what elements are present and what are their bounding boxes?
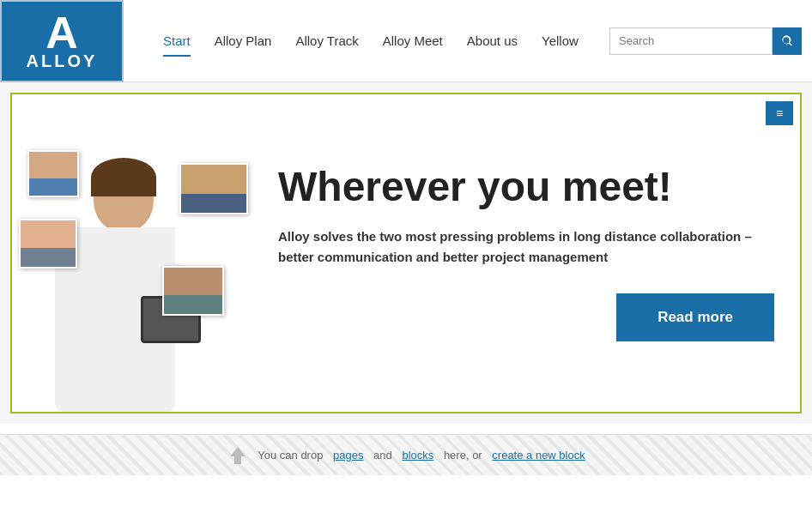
photo-card-1 bbox=[27, 150, 79, 197]
nav-item-alloy-track[interactable]: Alloy Track bbox=[283, 27, 370, 55]
drop-text-1: You can drop bbox=[258, 449, 323, 462]
search-button[interactable] bbox=[773, 27, 802, 55]
photo-card-4 bbox=[162, 266, 224, 316]
search-area bbox=[609, 27, 802, 55]
drop-text-2: and bbox=[373, 449, 392, 462]
photo-card-2 bbox=[179, 163, 248, 214]
nav-item-about-us[interactable]: About us bbox=[455, 27, 530, 55]
photo-card-3 bbox=[19, 219, 77, 269]
logo-text: ALLOY bbox=[27, 51, 98, 71]
hero-block: ≡ bbox=[10, 93, 802, 413]
person-hair bbox=[91, 158, 156, 196]
drop-blocks-link[interactable]: blocks bbox=[402, 449, 433, 462]
hero-image bbox=[12, 94, 261, 412]
hero-heading: Wherever you meet! bbox=[278, 165, 774, 210]
drop-zone: You can drop pages and blocks here, or c… bbox=[0, 434, 812, 475]
nav-item-alloy-plan[interactable]: Alloy Plan bbox=[203, 27, 284, 55]
drop-pages-link[interactable]: pages bbox=[333, 449, 363, 462]
nav-item-yellow[interactable]: Yellow bbox=[530, 27, 591, 55]
svg-marker-0 bbox=[230, 447, 245, 464]
logo-letter: A bbox=[45, 10, 78, 55]
hero-text-area: Wherever you meet! Alloy solves the two … bbox=[261, 139, 800, 368]
logo[interactable]: A ALLOY bbox=[0, 0, 124, 82]
main-content: ≡ bbox=[0, 82, 812, 424]
header: A ALLOY Start Alloy Plan Alloy Track All… bbox=[0, 0, 812, 82]
read-more-button[interactable]: Read more bbox=[616, 293, 774, 341]
drop-text-3: here, or bbox=[444, 449, 482, 462]
hero-subtext: Alloy solves the two most pressing probl… bbox=[278, 226, 774, 268]
nav-item-alloy-meet[interactable]: Alloy Meet bbox=[371, 27, 455, 55]
menu-icon: ≡ bbox=[776, 106, 783, 120]
create-new-block-link[interactable]: create a new block bbox=[492, 449, 585, 462]
hero-toolbar[interactable]: ≡ bbox=[766, 101, 793, 125]
search-icon bbox=[780, 34, 794, 48]
main-nav: Start Alloy Plan Alloy Track Alloy Meet … bbox=[124, 27, 609, 55]
nav-item-start[interactable]: Start bbox=[151, 27, 203, 55]
search-input[interactable] bbox=[609, 27, 773, 55]
drop-icon bbox=[227, 447, 249, 464]
